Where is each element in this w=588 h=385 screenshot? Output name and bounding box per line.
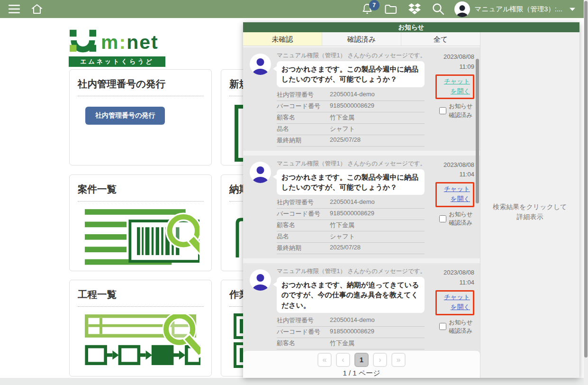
open-chat-link[interactable]: チャットを開く xyxy=(440,184,470,204)
notification-item: マニュアル権限（管理1） さんからのメッセージです。 おつかれさまです。この製品… xyxy=(243,156,480,259)
chat-link-highlight-box: チャットを開く xyxy=(435,290,474,315)
notification-date: 2023/08/08 xyxy=(425,160,474,170)
process-flow-search-icon[interactable] xyxy=(85,314,200,371)
message-bubble: おつかれさまです、納期が迫ってきているのですが、今の仕事の進み具合を教えてくださ… xyxy=(277,277,425,313)
open-chat-link[interactable]: チャットを開く xyxy=(440,293,470,312)
notification-date: 2023/08/08 xyxy=(425,52,474,62)
field-value: 2025/07/28 xyxy=(330,136,361,145)
confirm-check-row: お知らせ確認済み xyxy=(425,102,474,119)
field-value: シャフト xyxy=(330,232,355,241)
prev-page-button[interactable]: ‹ xyxy=(336,353,350,367)
field-label: 品名 xyxy=(277,232,330,241)
field-label: 顧客名 xyxy=(277,339,330,348)
field-value: 22050014-demo xyxy=(330,316,375,325)
sender-avatar xyxy=(250,162,271,183)
page-count-label: 1 / 1 ページ xyxy=(243,369,480,378)
home-icon[interactable] xyxy=(31,3,43,15)
field-value: 竹下金属 xyxy=(330,339,354,348)
card-process-list: 工程一覧 xyxy=(69,280,212,376)
field-label: 社内管理番号 xyxy=(277,91,330,99)
notice-confirmed-label: お知らせ確認済み xyxy=(449,318,474,335)
notification-date: 2023/08/08 xyxy=(425,268,474,278)
field-label: 社内管理番号 xyxy=(277,316,330,325)
sender-line: マニュアル権限（管理1） さんからのメッセージです。 xyxy=(277,160,425,168)
caret-down-icon[interactable] xyxy=(569,7,576,11)
app-logo: m:net エムネットくらうど xyxy=(69,27,165,67)
page-scrollbar-thumb[interactable] xyxy=(584,1,588,358)
user-avatar[interactable] xyxy=(454,1,470,17)
list-scrollbar-thumb[interactable] xyxy=(476,59,479,203)
detail-placeholder-text: 検索結果をクリックして詳細表示 xyxy=(480,202,579,222)
page-1-button[interactable]: 1 xyxy=(354,353,369,367)
page-scrollbar[interactable] xyxy=(584,0,588,385)
sender-line: マニュアル権限（管理1） さんからのメッセージです。 xyxy=(277,267,425,275)
notice-confirmed-label: お知らせ確認済み xyxy=(449,210,474,227)
notice-detail-column: 検索結果をクリックして詳細表示 xyxy=(480,32,579,378)
confirm-check-row: お知らせ確認済み xyxy=(425,210,474,227)
card-title: 工程一覧 xyxy=(78,288,204,307)
notice-panel-title: お知らせ xyxy=(243,22,579,32)
notification-time: 11:09 xyxy=(425,62,474,72)
sender-line: マニュアル権限（管理1） さんからのメッセージです。 xyxy=(277,52,425,60)
sender-avatar xyxy=(250,54,271,75)
notification-count-badge: 7 xyxy=(369,0,380,10)
field-label: 品名 xyxy=(277,125,330,133)
card-issue-control-number: 社内管理番号の発行 社内管理番号の発行 xyxy=(69,69,212,165)
field-label: 社内管理番号 xyxy=(277,198,330,207)
menu-icon[interactable] xyxy=(8,4,20,14)
brand-tagline: エムネットくらうど xyxy=(69,56,165,67)
field-value: 9185000008629 xyxy=(330,328,374,336)
field-value: 22050014-demo xyxy=(330,198,375,207)
dropbox-icon[interactable] xyxy=(408,3,421,15)
message-bubble: おつかれさまです。この製品今週中に納品したいのですが、可能でしょうか？ xyxy=(277,169,425,195)
notice-confirmed-checkbox[interactable] xyxy=(439,107,446,114)
field-value: 22050014-demo xyxy=(330,91,375,99)
notification-time: 11:04 xyxy=(425,278,474,288)
issue-control-number-button[interactable]: 社内管理番号の発行 xyxy=(85,107,165,125)
notification-item: マニュアル権限（管理1） さんからのメッセージです。 おつかれさまです。この製品… xyxy=(243,47,480,151)
card-title: 社内管理番号の発行 xyxy=(78,77,204,96)
detail-fields: 社内管理番号22050014-demo バーコード番号9185000008629… xyxy=(277,90,425,147)
mnet-logo-mark xyxy=(69,27,97,53)
search-icon[interactable] xyxy=(432,2,445,16)
brand-name: m:net xyxy=(101,33,159,53)
last-page-button[interactable]: » xyxy=(391,353,406,367)
notifications-bell-icon[interactable]: 7 xyxy=(362,3,373,15)
next-page-button[interactable]: › xyxy=(373,353,387,367)
field-value: 2025/07/28 xyxy=(330,244,361,252)
confirm-check-row: お知らせ確認済み xyxy=(425,318,474,335)
barcode-search-icon[interactable] xyxy=(85,209,199,267)
field-label: バーコード番号 xyxy=(277,328,330,336)
folder-icon[interactable] xyxy=(384,3,398,15)
sender-avatar xyxy=(250,269,271,291)
detail-fields: 社内管理番号22050014-demo バーコード番号9185000008629… xyxy=(277,197,425,254)
field-label: バーコード番号 xyxy=(277,102,330,110)
page-bottom-strip xyxy=(0,378,588,385)
field-label: 顧客名 xyxy=(277,221,330,229)
field-value: 9185000008629 xyxy=(330,102,374,110)
chat-link-highlight-box: チャットを開く xyxy=(435,74,474,100)
tab-confirmed[interactable]: 確認済み xyxy=(322,32,401,46)
card-project-list: 案件一覧 xyxy=(69,174,212,271)
notification-list: マニュアル権限（管理1） さんからのメッセージです。 おつかれさまです。この製品… xyxy=(243,46,480,378)
user-menu-label[interactable]: マニュアル権限（管理3）:... xyxy=(475,5,562,14)
notice-panel: お知らせ 未確認 確認済み 全て マニュアル権限（管理1） さんからのメッセージ… xyxy=(243,22,579,378)
field-label: 最終納期 xyxy=(277,244,330,252)
notice-confirmed-checkbox[interactable] xyxy=(439,323,446,330)
notice-confirmed-checkbox[interactable] xyxy=(439,215,446,222)
field-value: 竹下金属 xyxy=(330,221,354,229)
notification-time: 11:04 xyxy=(425,170,474,180)
open-chat-link[interactable]: チャットを開く xyxy=(440,77,470,97)
first-page-button[interactable]: « xyxy=(317,353,332,367)
notice-confirmed-label: お知らせ確認済み xyxy=(449,102,474,119)
tab-unconfirmed[interactable]: 未確認 xyxy=(243,32,322,46)
tab-all[interactable]: 全て xyxy=(401,32,480,46)
pagination-bar: « ‹ 1 › » 1 / 1 ページ xyxy=(243,351,480,378)
top-navigation-bar: 7 マニュアル権限（管理3）:... xyxy=(0,0,588,18)
field-value: 竹下金属 xyxy=(330,113,354,122)
notice-tabs: 未確認 確認済み 全て xyxy=(243,32,480,46)
field-label: バーコード番号 xyxy=(277,210,330,218)
field-value: シャフト xyxy=(330,125,355,133)
chat-link-highlight-box: チャットを開く xyxy=(435,182,474,207)
card-title: 案件一覧 xyxy=(78,183,204,202)
